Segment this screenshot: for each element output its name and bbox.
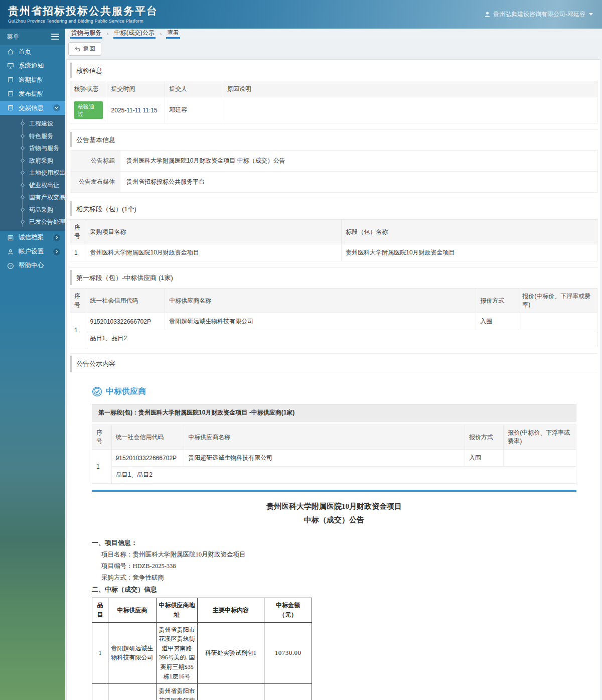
- col-header: 核验状态: [70, 81, 107, 97]
- breadcrumb-item-view[interactable]: 查看: [166, 29, 180, 39]
- col-header: 报价方式: [465, 425, 504, 450]
- doc-line: 项目名称：贵州医科大学附属医院10月财政资金项目: [92, 549, 576, 561]
- sidebar-subitem[interactable]: 已发公告处理: [0, 216, 65, 228]
- sidebar: 菜单 首页 系统通知 逾期提醒 发布提醒 交易信息 工程建设特色服务货物与服务政…: [0, 29, 65, 700]
- award-col-header: 中标金额（元）: [264, 598, 312, 622]
- section-verify: 核验信息 核验状态 提交时间 提交人 原因说明 核验通过 2025-11-11 …: [70, 63, 597, 130]
- supplier: 贵阳超研远诚生物科技有限公司: [108, 684, 157, 700]
- sidebar-subitem[interactable]: 工程建设: [0, 117, 65, 130]
- award-amount: 2060.00: [264, 684, 312, 700]
- winner-table: 序号 统一社会信用代码 中标供应商名称 报价方式 报价(中标价、下浮率或费率) …: [70, 288, 597, 347]
- doc-line: 二、中标（成交）信息: [92, 584, 576, 596]
- award-col-header: 主要中标内容: [198, 598, 264, 622]
- announcement-content: 中标供应商 第一标段(包)：贵州医科大学附属医院10月财政资金项目 -中标供应商…: [70, 375, 597, 700]
- question-icon: ?: [7, 262, 14, 269]
- award-table: 品目中标供应商中标供应商地址主要中标内容中标金额（元） 1贵阳超研远诚生物科技有…: [92, 598, 312, 700]
- home-icon: [7, 48, 14, 55]
- doc-body: 一、项目信息：项目名称：贵州医科大学附属医院10月财政资金项目项目编号：HDZB…: [92, 537, 576, 700]
- item-no: 2: [92, 684, 108, 700]
- sidebar-subitem[interactable]: 国有产权交易: [0, 191, 65, 204]
- quote-price: [518, 313, 597, 330]
- sidebar-item-label: 首页: [19, 48, 31, 56]
- sidebar-item-credit-archive[interactable]: 诚信档案: [0, 231, 65, 245]
- sidebar-item-home[interactable]: 首页: [0, 45, 65, 59]
- user-menu[interactable]: 贵州弘典建设咨询有限公司-邓廷容: [484, 10, 593, 19]
- sidebar-menu-bar: 菜单: [0, 29, 65, 45]
- item-list: 品目1、品目2: [111, 467, 576, 484]
- col-header: 提交时间: [107, 81, 165, 97]
- award-col-header: 品目: [92, 598, 108, 622]
- chevron-right-icon: [53, 248, 60, 255]
- doc-line: 一、项目信息：: [92, 537, 576, 549]
- col-header: 标段（包）名称: [342, 220, 597, 244]
- item-no: 1: [92, 622, 108, 684]
- brand: 贵州省招标投标公共服务平台 GuiZhou Province Tendering…: [8, 5, 158, 23]
- col-header: 报价(中标价、下浮率或费率): [504, 425, 576, 450]
- document-icon: [7, 76, 14, 83]
- quote-method: 入围: [476, 313, 518, 330]
- sidebar-item-overdue-reminder[interactable]: 逾期提醒: [0, 73, 65, 87]
- table-row: 公告标题 贵州医科大学附属医院10月财政资金项目 中标（成交）公告: [70, 151, 597, 172]
- sidebar-subitem[interactable]: 货物与服务: [0, 142, 65, 155]
- sidebar-subitem[interactable]: 政府采购: [0, 155, 65, 167]
- doc-line: 项目编号：HDZB-2025-338: [92, 561, 576, 572]
- project-name: 贵州医科大学附属医院10月财政资金项目: [86, 244, 342, 261]
- col-header: 统一社会信用代码: [111, 425, 184, 450]
- sidebar-item-label: 交易信息: [19, 104, 44, 112]
- supplier: 贵阳超研远诚生物科技有限公司: [108, 622, 157, 684]
- field-value: 贵州医科大学附属医院10月财政资金项目 中标（成交）公告: [120, 151, 597, 172]
- sidebar-subitem[interactable]: 矿业权出让: [0, 179, 65, 192]
- table-row: 1 91520103322666702P 贵阳超研远诚生物科技有限公司 入围: [92, 450, 576, 467]
- sidebar-subitem[interactable]: 特色服务: [0, 130, 65, 143]
- sidebar-item-label: 系统通知: [19, 62, 44, 70]
- award-table-header: 品目中标供应商中标供应商地址主要中标内容中标金额（元）: [92, 598, 312, 622]
- sidebar-item-account-settings[interactable]: 帐户设置: [0, 245, 65, 259]
- section-winner: 第一标段（包）-中标供应商 (1家) 序号 统一社会信用代码 中标供应商名称 报…: [70, 270, 597, 354]
- table-row: 核验通过 2025-11-11 11:15 邓廷容: [70, 97, 597, 123]
- hamburger-icon[interactable]: [51, 32, 59, 41]
- award-col-header: 中标供应商: [108, 598, 157, 622]
- toolbar: 返回: [65, 39, 602, 59]
- table-row: 品目1、品目2: [70, 330, 597, 347]
- col-header: 提交人: [165, 81, 223, 97]
- sidebar-item-label: 逾期提醒: [19, 76, 44, 84]
- divider: [92, 490, 576, 492]
- section-basic-info: 公告基本信息 公告标题 贵州医科大学附属医院10月财政资金项目 中标（成交）公告…: [70, 132, 597, 199]
- breadcrumb-item-goods-services[interactable]: 货物与服务: [70, 29, 102, 39]
- section-announcement: 公告公示内容 中标供应商 第一标段(包)：贵州医科大学附属医院10月财政资金项目…: [70, 356, 597, 700]
- sidebar-subitem[interactable]: 土地使用权出让: [0, 167, 65, 179]
- package-name: 贵州医科大学附属医院10月财政资金项目: [342, 244, 597, 261]
- table-row: 公告发布媒体 贵州省招标投标公共服务平台: [70, 172, 597, 193]
- credit-code: 91520103322666702P: [111, 450, 184, 467]
- sidebar-item-notifications[interactable]: 系统通知: [0, 59, 65, 73]
- doc-lines-before: 一、项目信息：项目名称：贵州医科大学附属医院10月财政资金项目项目编号：HDZB…: [92, 537, 576, 596]
- col-header: 报价(中标价、下浮率或费率): [518, 289, 597, 313]
- sidebar-item-trade-info[interactable]: 交易信息: [0, 101, 65, 115]
- section-title: 第一标段（包）-中标供应商 (1家): [70, 270, 597, 285]
- verify-table: 核验状态 提交时间 提交人 原因说明 核验通过 2025-11-11 11:15…: [70, 81, 597, 123]
- back-button[interactable]: 返回: [68, 42, 101, 56]
- app-subtitle: GuiZhou Province Tendering and Bidding P…: [8, 19, 158, 24]
- col-header: 报价方式: [476, 289, 518, 313]
- sidebar-submenu: 工程建设特色服务货物与服务政府采购土地使用权出让矿业权出让国有产权交易药品采购已…: [0, 115, 65, 231]
- award-content: 科研处实验试剂包2: [198, 684, 264, 700]
- sidebar-item-help-center[interactable]: ? 帮助中心: [0, 259, 65, 273]
- col-header: 序号: [92, 425, 112, 450]
- sidebar-subitem[interactable]: 药品采购: [0, 204, 65, 216]
- row-no: 1: [70, 313, 86, 347]
- breadcrumb-item-award-publicity[interactable]: 中标(成交)公示: [113, 29, 156, 39]
- supplier-address: 贵州省贵阳市花溪区贵筑街道甲秀南路396号美的. 国宾府三期S35栋1层16号: [157, 684, 198, 700]
- col-header: 中标供应商名称: [184, 425, 465, 450]
- sidebar-item-label: 帐户设置: [19, 247, 44, 256]
- doc-title-line2: 中标（成交）公告: [92, 513, 576, 527]
- section-title: 公告基本信息: [70, 132, 597, 147]
- supplier-name: 贵阳超研远诚生物科技有限公司: [165, 313, 476, 330]
- table-row: 品目1、品目2: [92, 467, 576, 484]
- monitor-icon: [7, 62, 14, 69]
- supplier-heading: 中标供应商: [92, 386, 576, 397]
- col-header: 序号: [70, 220, 86, 244]
- sidebar-item-publish-reminder[interactable]: 发布提醒: [0, 87, 65, 101]
- field-label: 公告标题: [70, 151, 120, 172]
- award-content: 科研处实验试剂包1: [198, 622, 264, 684]
- svg-text:?: ?: [10, 263, 12, 268]
